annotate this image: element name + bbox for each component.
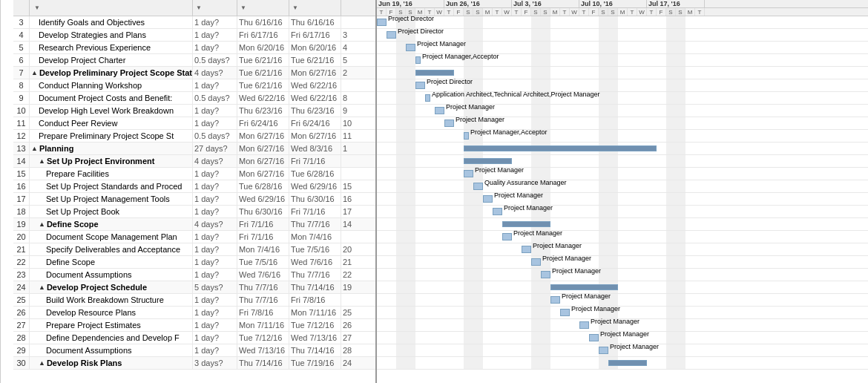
gantt-bar[interactable] <box>550 284 618 290</box>
task-name-cell: Build Work Breakdown Structure <box>30 294 193 306</box>
table-row[interactable]: 19 ▲ Define Scope 4 days? Fri 7/1/16 Thu… <box>13 218 375 231</box>
table-row[interactable]: 11 Conduct Peer Review 1 day? Fri 6/24/1… <box>13 117 375 130</box>
gantt-bar[interactable] <box>550 296 560 304</box>
table-row[interactable]: 28 Define Dependencies and Develop F 1 d… <box>13 332 375 344</box>
gantt-bar[interactable] <box>435 107 444 114</box>
finish-cell: Thu 7/14/16 <box>289 281 341 293</box>
duration-cell: 1 day? <box>193 42 237 53</box>
gantt-row <box>377 218 868 231</box>
gantt-bar[interactable] <box>415 82 425 89</box>
task-name-cell: Define Dependencies and Develop F <box>30 332 193 344</box>
start-header[interactable]: ▼ <box>237 0 289 16</box>
duration-header[interactable]: ▼ <box>193 0 237 16</box>
table-row[interactable]: 24 ▲ Develop Project Schedule 5 days? Th… <box>13 281 375 294</box>
gantt-bar[interactable] <box>377 19 387 26</box>
gantt-bar[interactable] <box>415 70 454 76</box>
duration-cell: 1 day? <box>193 29 237 41</box>
collapse-icon[interactable]: ▲ <box>39 284 45 291</box>
start-cell: Wed 6/29/16 <box>237 193 289 205</box>
task-name-cell: Research Previous Experience <box>30 42 193 53</box>
table-row[interactable]: 12 Prepare Preliminary Project Scope St … <box>13 130 375 143</box>
gantt-bar[interactable] <box>444 120 454 127</box>
table-row[interactable]: 30 ▲ Develop Risk Plans 3 days? Thu 7/14… <box>13 357 375 370</box>
table-row[interactable]: 4 Develop Strategies and Plans 1 day? Fr… <box>13 29 375 42</box>
task-name-cell: Identify Goals and Objectives <box>30 16 193 28</box>
duration-cell: 0.5 days? <box>193 130 237 142</box>
table-row[interactable]: 16 Set Up Project Standards and Proced 1… <box>13 180 375 193</box>
collapse-icon[interactable]: ▲ <box>31 69 38 76</box>
gantt-bar[interactable] <box>387 31 396 39</box>
gantt-bar[interactable] <box>425 94 430 102</box>
gantt-row: Project Manager <box>377 256 868 269</box>
table-row[interactable]: 14 ▲ Set Up Project Environment 4 days? … <box>13 155 375 168</box>
table-row[interactable]: 18 Set Up Project Book 1 day? Thu 6/30/1… <box>13 206 375 218</box>
table-row[interactable]: 21 Specify Deliverables and Acceptance 1… <box>13 243 375 256</box>
pred-cell: 1 <box>341 143 375 154</box>
gantt-bar[interactable] <box>579 321 589 329</box>
gantt-bar[interactable] <box>464 170 473 177</box>
collapse-icon[interactable]: ▲ <box>39 359 45 367</box>
gantt-bar[interactable] <box>502 221 550 227</box>
duration-cell: 1 day? <box>193 193 237 205</box>
pred-cell: 20 <box>341 243 375 255</box>
gantt-bar[interactable] <box>541 271 550 278</box>
table-row[interactable]: 22 Define Scope 1 day? Tue 7/5/16 Wed 7/… <box>13 256 375 269</box>
gantt-bar[interactable] <box>464 132 469 140</box>
gantt-row <box>377 357 868 370</box>
gantt-bar[interactable] <box>406 44 415 51</box>
table-row[interactable]: 3 Identify Goals and Objectives 1 day? T… <box>13 16 375 29</box>
table-row[interactable]: 27 Prepare Project Estimates 1 day? Mon … <box>13 319 375 332</box>
taskname-header[interactable]: ▼ <box>30 0 193 16</box>
collapse-icon[interactable]: ▲ <box>39 220 45 228</box>
table-row[interactable]: 7 ▲ Develop Preliminary Project Scope St… <box>13 67 375 79</box>
gantt-day-label: W <box>637 8 647 16</box>
gantt-bar[interactable] <box>522 246 531 253</box>
table-row[interactable]: 8 Conduct Planning Workshop 1 day? Tue 6… <box>13 79 375 92</box>
gantt-bar[interactable] <box>502 233 512 240</box>
finish-cell: Thu 6/23/16 <box>289 105 341 117</box>
gantt-row: Project Manager,Acceptor <box>377 130 868 143</box>
table-row[interactable]: 29 Document Assumptions 1 day? Wed 7/13/… <box>13 344 375 357</box>
duration-cell: 1 day? <box>193 256 237 268</box>
row-number: 17 <box>13 193 30 205</box>
pred-cell: 19 <box>341 281 375 293</box>
table-row[interactable]: 23 Document Assumptions 1 day? Wed 7/6/1… <box>13 269 375 281</box>
task-name-cell: ▲ Develop Risk Plans <box>30 357 193 369</box>
gantt-day-label: F <box>589 8 599 16</box>
table-row[interactable]: 5 Research Previous Experience 1 day? Mo… <box>13 42 375 54</box>
gantt-bar-label: Project Manager <box>494 192 543 199</box>
row-number: 20 <box>13 231 30 243</box>
gantt-chart-body: Project DirectorProject DirectorProject … <box>377 16 868 383</box>
gantt-bar[interactable] <box>589 334 599 341</box>
finish-cell: Thu 6/16/16 <box>289 16 341 28</box>
gantt-bar[interactable] <box>415 56 421 64</box>
gantt-bar[interactable] <box>531 258 541 266</box>
table-row[interactable]: 10 Develop High Level Work Breakdown 1 d… <box>13 105 375 117</box>
table-row[interactable]: 25 Build Work Breakdown Structure 1 day?… <box>13 294 375 307</box>
task-name-cell: Set Up Project Standards and Proced <box>30 180 193 192</box>
task-name-cell: Document Assumptions <box>30 344 193 356</box>
collapse-icon[interactable]: ▲ <box>39 157 45 165</box>
table-row[interactable]: 17 Set Up Project Management Tools 1 day… <box>13 193 375 206</box>
gantt-bar[interactable] <box>493 208 502 215</box>
gantt-bar[interactable] <box>483 195 493 203</box>
gantt-bar[interactable] <box>599 347 608 354</box>
table-row[interactable]: 9 Document Project Costs and Benefit: 0.… <box>13 92 375 105</box>
gantt-bar[interactable] <box>464 158 512 164</box>
pred-cell: 5 <box>341 54 375 66</box>
gantt-day-label: S <box>473 8 483 16</box>
gantt-bar[interactable] <box>473 183 483 190</box>
gantt-bar[interactable] <box>608 360 647 366</box>
table-row[interactable]: 20 Document Scope Management Plan 1 day?… <box>13 231 375 243</box>
table-row[interactable]: 15 Prepare Facilities 1 day? Mon 6/27/16… <box>13 168 375 180</box>
gantt-bar[interactable] <box>560 309 570 316</box>
finish-header[interactable]: ▼ <box>289 0 341 16</box>
pred-cell: 15 <box>341 180 375 192</box>
start-sort-icon: ▼ <box>240 4 246 11</box>
row-number: 5 <box>13 42 30 53</box>
gantt-bar[interactable] <box>464 145 657 151</box>
collapse-icon[interactable]: ▲ <box>31 145 38 152</box>
table-row[interactable]: 13 ▲ Planning 27 days? Mon 6/27/16 Wed 8… <box>13 143 375 155</box>
table-row[interactable]: 6 Develop Project Charter 0.5 days? Tue … <box>13 54 375 67</box>
table-row[interactable]: 26 Develop Resource Plans 1 day? Fri 7/8… <box>13 307 375 319</box>
